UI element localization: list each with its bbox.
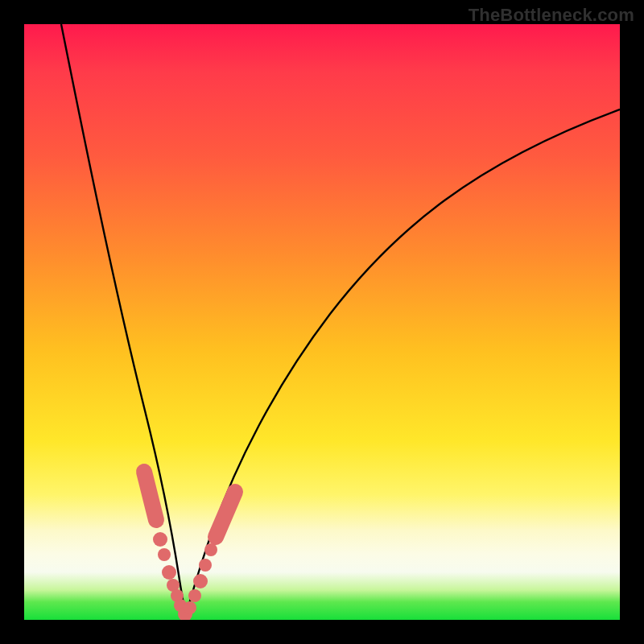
curve-right-branch: [186, 109, 620, 616]
marker-beads: [153, 532, 217, 620]
svg-point-1: [158, 548, 171, 561]
svg-point-8: [188, 589, 201, 602]
svg-point-0: [153, 532, 167, 547]
curve-left-branch: [61, 24, 186, 616]
watermark-text: TheBottleneck.com: [469, 5, 634, 26]
marker-capsule-right: [216, 492, 235, 537]
svg-point-9: [193, 574, 208, 588]
svg-point-11: [204, 543, 217, 556]
bottleneck-curve: [24, 24, 620, 620]
svg-point-2: [162, 565, 176, 580]
svg-point-10: [199, 559, 212, 572]
svg-point-7: [184, 601, 196, 614]
plot-area: [24, 24, 620, 620]
marker-capsule-left: [144, 472, 156, 520]
chart-frame: TheBottleneck.com: [0, 0, 644, 644]
